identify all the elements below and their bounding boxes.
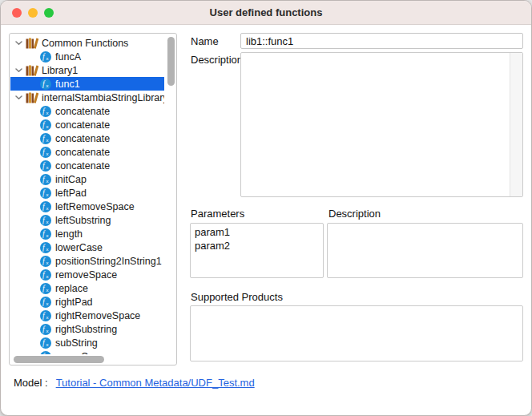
function-fx-icon: f x <box>40 269 52 281</box>
svg-text:x: x <box>46 274 49 279</box>
function-fx-icon: f x <box>40 297 52 308</box>
svg-text:x: x <box>46 329 49 333</box>
tree-item[interactable]: f x positionString2InString1 <box>10 254 164 268</box>
tree-item-label: func1 <box>55 79 80 90</box>
tree-item[interactable]: f x leftPad <box>10 186 164 200</box>
tree-horizontal-scrollbar[interactable] <box>14 356 104 363</box>
function-fx-icon: f x <box>40 106 52 117</box>
tree-item-label: leftRemoveSpace <box>55 201 135 212</box>
user-defined-functions-window: User defined functions f x Common Functi… <box>0 0 532 416</box>
tree-item[interactable]: f x upperCase <box>10 349 164 354</box>
tree-item-label: upperCase <box>55 351 104 355</box>
tree-item[interactable]: f x initCap <box>10 172 164 186</box>
tree-item-label: initCap <box>55 174 87 185</box>
parameter-description-label: Description <box>328 208 381 220</box>
svg-text:x: x <box>46 301 49 306</box>
parameters-label: Parameters <box>191 208 244 220</box>
function-fx-icon: f x <box>40 201 52 212</box>
chevron-down-icon[interactable] <box>14 68 24 73</box>
function-fx-icon: f x <box>40 215 52 226</box>
tree-item[interactable]: f x subString <box>10 336 164 349</box>
tree-item[interactable]: f x Library1 <box>10 63 164 77</box>
tree-item-label: concatenate <box>55 106 110 117</box>
function-fx-icon: f x <box>40 147 52 158</box>
tree-item-label: Library1 <box>42 65 78 76</box>
svg-text:x: x <box>46 192 49 197</box>
parameter-description-textarea[interactable] <box>327 223 523 278</box>
supported-products-area[interactable] <box>190 305 523 361</box>
description-label: Description <box>191 54 243 66</box>
svg-text:x: x <box>46 138 49 143</box>
svg-text:x: x <box>46 165 49 170</box>
parameters-list[interactable]: param1param2 <box>190 223 324 278</box>
supported-products-label: Supported Products <box>191 291 283 303</box>
tree-item-label: removeSpace <box>55 269 117 281</box>
name-input[interactable] <box>240 33 523 49</box>
tree-item-label: concatenate <box>55 160 110 172</box>
tree-item-label: leftSubstring <box>55 215 111 226</box>
tree-item[interactable]: f x leftRemoveSpace <box>10 200 164 213</box>
library-books-icon <box>26 38 38 49</box>
description-textarea[interactable] <box>240 52 523 197</box>
tree-item-label: funcA <box>55 51 81 63</box>
tree-vertical-scrollbar[interactable] <box>167 37 175 86</box>
svg-text:x: x <box>46 342 49 347</box>
tree-item[interactable]: f x rightPad <box>10 295 164 309</box>
tree-item[interactable]: f x concatenate <box>10 118 164 131</box>
tree-item-label: replace <box>55 283 88 294</box>
tree-item-label: Common Functions <box>42 38 128 49</box>
chevron-down-icon[interactable] <box>14 41 24 46</box>
tree-item-label: leftPad <box>55 188 87 199</box>
function-fx-icon: f x <box>40 160 52 172</box>
tree-item[interactable]: f x concatenate <box>10 159 164 172</box>
svg-text:x: x <box>46 206 49 211</box>
minimize-button[interactable] <box>28 8 38 18</box>
tree-item[interactable]: f x length <box>10 227 164 240</box>
svg-text:x: x <box>46 315 49 320</box>
function-fx-icon: f x <box>40 228 52 240</box>
parameter-item[interactable]: param2 <box>195 239 319 252</box>
tree-item[interactable]: f x replace <box>10 281 164 295</box>
function-fx-icon: f x <box>40 174 52 185</box>
tree-item[interactable]: f x concatenate <box>10 145 164 159</box>
tree-item-label: subString <box>55 337 98 349</box>
title-bar: User defined functions <box>1 1 531 25</box>
tree-item-label: concatenate <box>55 133 110 144</box>
tree-item-label: length <box>55 228 83 240</box>
function-fx-icon: f x <box>40 51 52 63</box>
window-title: User defined functions <box>210 6 323 18</box>
function-fx-icon: f x <box>40 310 52 321</box>
tree-item-label: rightRemoveSpace <box>55 310 140 321</box>
function-tree: f x Common Functions f x funcA <box>10 36 164 354</box>
svg-text:x: x <box>46 56 49 61</box>
zoom-button[interactable] <box>44 8 54 18</box>
tree-item-label: lowerCase <box>55 242 103 253</box>
tree-item[interactable]: f x concatenate <box>10 131 164 145</box>
tree-item[interactable]: f x removeSpace <box>10 268 164 281</box>
svg-text:x: x <box>46 220 49 224</box>
function-fx-icon: f x <box>40 242 52 253</box>
tree-item[interactable]: f x func1 <box>10 77 164 91</box>
svg-text:x: x <box>46 233 49 238</box>
svg-text:x: x <box>46 83 49 88</box>
library-books-icon <box>26 92 38 103</box>
function-fx-icon: f x <box>40 133 52 144</box>
tree-item[interactable]: f x lowerCase <box>10 240 164 254</box>
function-fx-icon: f x <box>40 324 52 335</box>
function-tree-panel: f x Common Functions f x funcA <box>9 33 177 366</box>
chevron-down-icon[interactable] <box>14 95 24 100</box>
tree-item[interactable]: f x internalStambiaStringLibrary <box>10 91 164 104</box>
svg-text:x: x <box>46 247 49 252</box>
parameter-item[interactable]: param1 <box>195 225 319 239</box>
model-link[interactable]: Tutorial - Common Metadata/UDF_Test.md <box>56 377 255 389</box>
tree-item[interactable]: f x concatenate <box>10 104 164 118</box>
tree-item[interactable]: f x Common Functions <box>10 36 164 50</box>
tree-item[interactable]: f x rightSubstring <box>10 322 164 336</box>
tree-item[interactable]: f x leftSubstring <box>10 213 164 227</box>
tree-item[interactable]: f x rightRemoveSpace <box>10 309 164 322</box>
close-button[interactable] <box>12 8 22 18</box>
tree-item-label: rightPad <box>55 297 93 308</box>
tree-item-label: positionString2InString1 <box>55 256 162 267</box>
tree-item[interactable]: f x funcA <box>10 50 164 63</box>
name-label: Name <box>191 35 219 47</box>
